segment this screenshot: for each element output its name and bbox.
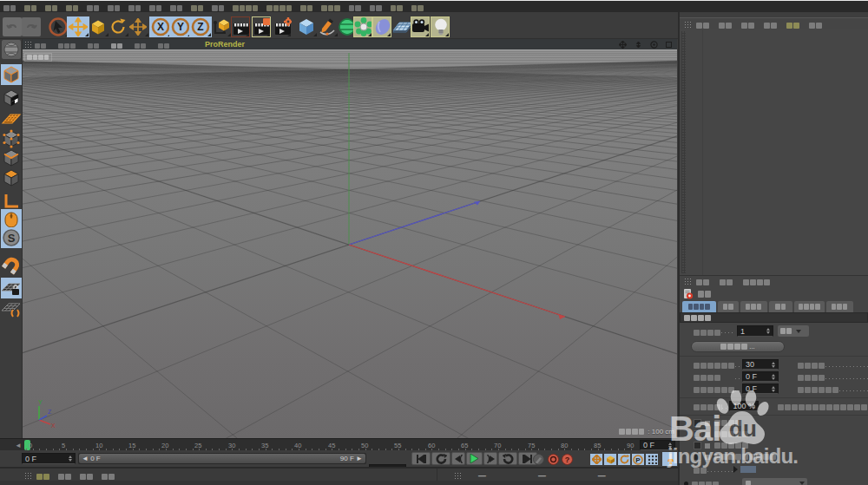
svg-text:Z: Z	[197, 21, 203, 33]
svg-text:Z: Z	[48, 409, 52, 415]
svg-text:Y: Y	[177, 21, 184, 33]
svg-text:X: X	[51, 423, 56, 429]
svg-text:S: S	[8, 232, 16, 245]
svg-text:P: P	[635, 456, 641, 464]
svg-text:Y: Y	[38, 399, 43, 405]
svg-text:X: X	[157, 21, 164, 33]
svg-text:du: du	[729, 416, 757, 442]
